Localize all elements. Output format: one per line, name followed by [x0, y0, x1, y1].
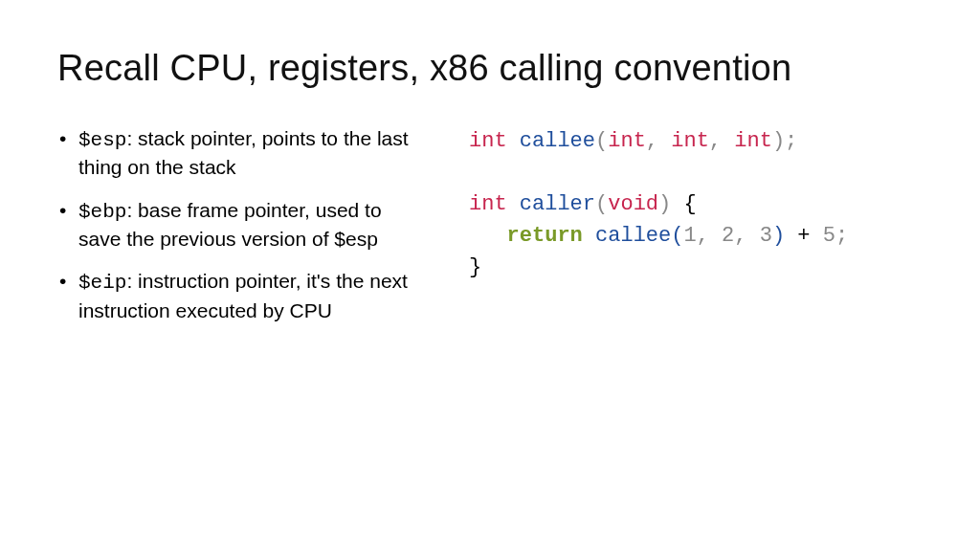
list-item: $eip: instruction pointer, it's the next…	[57, 268, 421, 324]
list-item: $ebp: base frame pointer, used to save t…	[57, 197, 421, 253]
keyword-void: void	[608, 192, 658, 216]
bullet-desc: : stack pointer, points to the last thin…	[78, 127, 409, 178]
content-columns: $esp: stack pointer, points to the last …	[57, 125, 923, 340]
register-name: $esp	[78, 129, 126, 151]
fn-callee: callee	[520, 129, 595, 153]
slide-title: Recall CPU, registers, x86 calling conve…	[57, 48, 923, 89]
code-block: int callee(int, int, int); int caller(vo…	[469, 125, 923, 283]
keyword-int: int	[469, 192, 507, 216]
bullet-list: $esp: stack pointer, points to the last …	[57, 125, 421, 324]
right-column: int callee(int, int, int); int caller(vo…	[469, 125, 923, 340]
register-name: $eip	[78, 272, 126, 294]
list-item: $esp: stack pointer, points to the last …	[57, 125, 421, 182]
fn-caller: caller	[520, 192, 595, 216]
left-column: $esp: stack pointer, points to the last …	[57, 125, 421, 340]
keyword-int: int	[469, 129, 507, 153]
bullet-desc: : instruction pointer, it's the next ins…	[78, 270, 408, 320]
keyword-return: return	[507, 224, 583, 248]
register-name: $ebp	[78, 201, 126, 223]
call-callee: callee(	[595, 224, 683, 248]
